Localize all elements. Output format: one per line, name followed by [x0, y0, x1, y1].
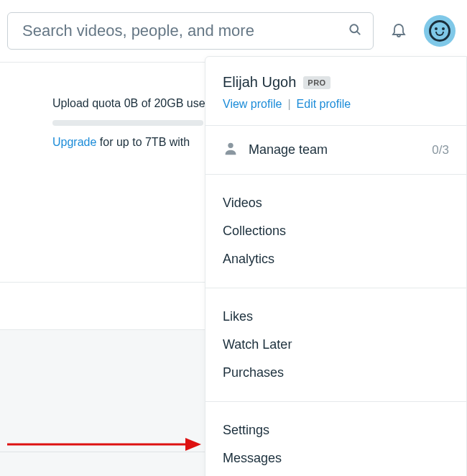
search-wrap	[7, 12, 374, 50]
menu-item-settings[interactable]: Settings	[223, 416, 449, 444]
upgrade-rest: for up to 7TB with	[96, 136, 190, 148]
svg-point-4	[228, 143, 233, 148]
manage-team-item[interactable]: Manage team 0/3	[205, 140, 466, 160]
menu-group-account: Settings Messages	[205, 416, 466, 472]
menu-item-analytics[interactable]: Analytics	[223, 245, 449, 273]
separator: |	[287, 98, 290, 111]
manage-team-label: Manage team	[249, 142, 328, 157]
quota-progress-bar	[52, 120, 203, 126]
menu-group-content: Videos Collections Analytics	[205, 189, 466, 273]
pro-badge: PRO	[303, 76, 330, 89]
menu-group-library: Likes Watch Later Purchases	[205, 303, 466, 387]
notifications-button[interactable]	[388, 21, 410, 41]
user-name: Elijah Ugoh	[223, 74, 296, 91]
menu-divider	[205, 125, 466, 126]
menu-item-likes[interactable]: Likes	[223, 303, 449, 331]
user-menu: Elijah Ugoh PRO View profile | Edit prof…	[205, 56, 467, 476]
upgrade-link[interactable]: Upgrade	[52, 136, 96, 148]
menu-item-messages[interactable]: Messages	[223, 444, 449, 472]
menu-divider	[205, 288, 466, 288]
bell-icon	[390, 21, 407, 41]
menu-item-videos[interactable]: Videos	[223, 189, 449, 217]
avatar-button[interactable]	[424, 15, 456, 47]
menu-item-collections[interactable]: Collections	[223, 217, 449, 245]
menu-divider	[205, 401, 466, 402]
edit-profile-link[interactable]: Edit profile	[297, 98, 351, 111]
menu-divider	[205, 174, 466, 175]
top-bar	[0, 0, 467, 62]
view-profile-link[interactable]: View profile	[223, 98, 282, 111]
user-header: Elijah Ugoh PRO	[223, 74, 449, 91]
menu-item-watch-later[interactable]: Watch Later	[223, 331, 449, 359]
person-icon	[223, 140, 239, 160]
team-count: 0/3	[432, 143, 449, 157]
search-input[interactable]	[7, 12, 374, 50]
avatar-face-icon	[429, 20, 450, 42]
profile-links: View profile | Edit profile	[223, 98, 449, 111]
search-icon[interactable]	[348, 22, 362, 40]
svg-line-1	[357, 32, 360, 35]
menu-item-purchases[interactable]: Purchases	[223, 359, 449, 387]
